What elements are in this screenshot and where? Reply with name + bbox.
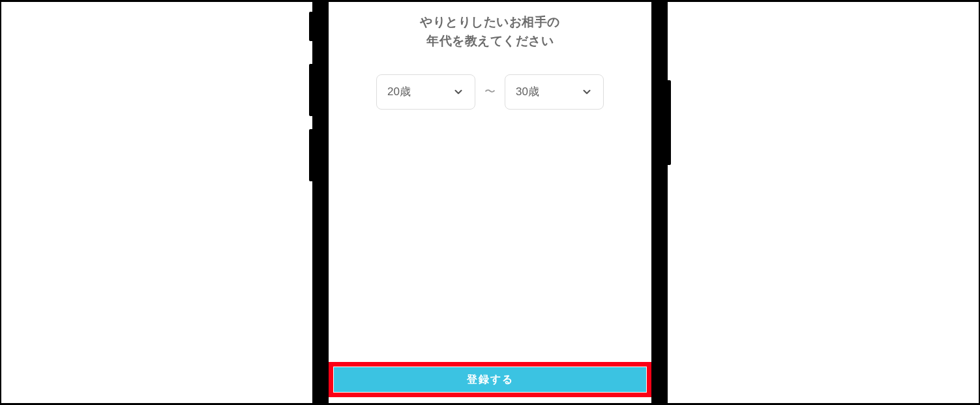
phone-side-button	[309, 129, 312, 181]
chevron-down-icon	[581, 86, 593, 98]
age-max-select[interactable]: 30歳	[505, 74, 604, 110]
phone-side-button	[309, 64, 312, 116]
range-separator: 〜	[484, 84, 496, 99]
age-range-row: 20歳 〜 30歳	[329, 74, 651, 110]
age-min-select[interactable]: 20歳	[376, 74, 475, 110]
age-min-value: 20歳	[387, 84, 453, 99]
register-button[interactable]: 登録する	[333, 367, 647, 393]
outer-frame: やりとりしたいお相手の 年代を教えてください 20歳 〜 30歳	[1, 2, 979, 403]
phone-body: やりとりしたいお相手の 年代を教えてください 20歳 〜 30歳	[312, 2, 668, 403]
app-screen: やりとりしたいお相手の 年代を教えてください 20歳 〜 30歳	[329, 2, 651, 403]
register-highlight-box: 登録する	[329, 362, 651, 397]
chevron-down-icon	[453, 86, 464, 98]
spacer	[329, 110, 651, 362]
age-max-value: 30歳	[516, 84, 581, 99]
register-button-label: 登録する	[467, 373, 514, 387]
prompt-line-1: やりとりしたいお相手の	[329, 12, 651, 31]
prompt-line-2: 年代を教えてください	[329, 31, 651, 50]
prompt-text: やりとりしたいお相手の 年代を教えてください	[329, 2, 651, 51]
phone-frame: やりとりしたいお相手の 年代を教えてください 20歳 〜 30歳	[312, 2, 668, 403]
phone-side-button	[309, 12, 312, 41]
phone-side-button	[668, 80, 671, 165]
